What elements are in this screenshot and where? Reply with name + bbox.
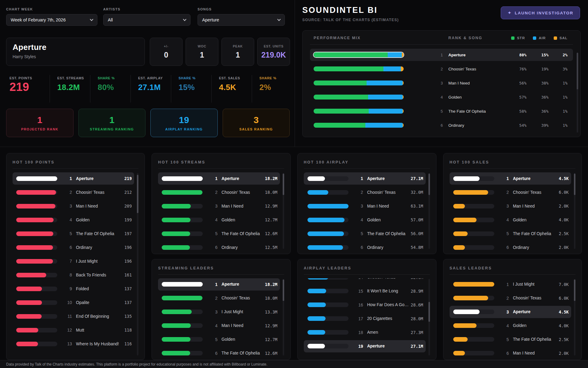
scrollbar-track[interactable] [283, 279, 284, 355]
list-item[interactable]: 3Man I Need12.9M [158, 200, 280, 212]
scrollbar-thumb[interactable] [137, 175, 138, 213]
list-item-highlight[interactable]: 1Aperture18.2M [158, 172, 280, 185]
bar-track [162, 218, 203, 222]
performance-row[interactable]: 2Choosin' Texas76%19%3% [310, 63, 573, 75]
list-item[interactable]: 5The Fate Of Ophelia56.0M [304, 227, 426, 240]
list-item[interactable]: 4Golden4.0K [450, 320, 571, 332]
list-item[interactable]: 11End Of Beginning135 [13, 310, 134, 322]
scrollbar-track[interactable] [574, 173, 575, 249]
list-item[interactable]: 5Golden12.7M [158, 333, 280, 346]
card-projected-rank[interactable]: 1 PROJECTED RANK [6, 109, 74, 137]
chart-week-select[interactable]: Week of February 7th, 2026 [6, 14, 97, 26]
list-item[interactable]: 4Man I Need12.9M [158, 320, 280, 332]
scrollbar-track[interactable] [428, 279, 430, 355]
list-item[interactable]: 1720 Cigarettes28.0M [304, 313, 426, 325]
launch-investigator-button[interactable]: ✦ LAUNCH INVESTIGATOR [501, 6, 580, 19]
scrollbar-track[interactable] [574, 279, 575, 355]
scrollbar-track[interactable] [283, 173, 284, 249]
song-title: Ordinary [221, 245, 265, 250]
bar-fill [162, 176, 203, 181]
list-item[interactable]: 3Man I Need209 [13, 200, 134, 212]
list-item[interactable]: 3I Just Might13.3M [158, 306, 280, 318]
list-item[interactable]: 2Choosin' Texas6.0K [450, 292, 571, 304]
scrollbar-thumb[interactable] [577, 53, 578, 89]
list-item[interactable]: 4Golden199 [13, 214, 134, 226]
list-item[interactable]: 10Opalite137 [13, 296, 134, 309]
list-item-highlight[interactable]: 19Aperture27.1M [304, 340, 426, 352]
list-item[interactable]: 14Choosin' Texas32.0M [304, 278, 426, 284]
songs-select[interactable]: Aperture [198, 14, 285, 26]
list-item-highlight[interactable]: 3Aperture4.5K [450, 306, 571, 318]
song-title: The Fate Of Ophelia [513, 337, 559, 342]
list-item-highlight[interactable]: 1Aperture18.2M [158, 278, 280, 291]
song-rank: 2 [502, 296, 509, 301]
scrollbar-track[interactable] [137, 173, 138, 355]
list-item[interactable]: 4Golden12.7M [158, 214, 280, 226]
list-item[interactable]: 6The Fate Of Ophelia12.6M [158, 347, 280, 357]
list-item-highlight[interactable]: 1Aperture27.1M [304, 172, 426, 185]
chip-label: WOC [198, 44, 206, 48]
song-value: 2.0K [559, 245, 569, 250]
list-item[interactable]: 5The Fate Of Ophelia12.6M [158, 227, 280, 240]
list-item[interactable]: 2Choosin' Texas212 [13, 186, 134, 198]
list-item[interactable]: 18Amen27.3M [304, 326, 426, 339]
list-item[interactable]: 13Where Is My Husband!116 [13, 338, 134, 350]
bar-track [307, 176, 349, 181]
scrollbar-track[interactable] [428, 173, 430, 249]
artists-select[interactable]: All [103, 14, 190, 26]
list-item[interactable]: 6Ordinary2.0K [450, 241, 571, 250]
list-item[interactable]: 3Man I Need2.0K [450, 200, 571, 212]
scrollbar-thumb[interactable] [428, 302, 430, 322]
list-item[interactable]: 6Ordinary12.5M [158, 241, 280, 250]
performance-row[interactable]: 5The Fate Of Ophelia58%36%1% [310, 105, 573, 117]
card-streaming-ranking[interactable]: 1 STREAMING RANKING [78, 109, 146, 137]
list-item[interactable]: 3Man I Need63.1M [304, 200, 426, 212]
scrollbar-thumb[interactable] [428, 174, 430, 195]
performance-row[interactable]: 4Golden57%36%1% [310, 91, 573, 103]
list-item-highlight[interactable]: 1Aperture4.5K [450, 172, 571, 185]
song-title: Golden [513, 323, 559, 328]
bar-fill [307, 344, 325, 348]
song-title: End Of Beginning [76, 314, 124, 319]
list-item[interactable]: 8Back To Friends161 [13, 269, 134, 281]
bar-fill [16, 328, 38, 332]
list-item[interactable]: 5The Fate Of Ophelia2.5K [450, 227, 571, 240]
column-streams: HOT 100 STREAMS 1Aperture18.2M2Choosin' … [152, 153, 290, 360]
list-item[interactable]: 2Choosin' Texas6.0K [450, 186, 571, 198]
scrollbar-thumb[interactable] [574, 280, 575, 301]
list-item[interactable]: 2Choosin' Texas32.0M [304, 186, 426, 198]
scrollbar-track[interactable] [577, 53, 578, 133]
list-item[interactable]: 15It Won't Be Long28.9M [304, 285, 426, 297]
performance-row[interactable]: 1Aperture80%15%2% [310, 49, 573, 61]
song-rank: 13 [65, 341, 72, 346]
list-item[interactable]: 7I Just Might196 [13, 255, 134, 267]
scrollbar-thumb[interactable] [574, 174, 575, 195]
list-item[interactable]: 2Choosin' Texas18.0M [158, 292, 280, 304]
scrollbar-thumb[interactable] [283, 280, 284, 301]
song-value: 197 [124, 231, 132, 236]
list-item[interactable]: 2Choosin' Texas18.0M [158, 186, 280, 198]
performance-row[interactable]: 3Man I Need56%38%1% [310, 77, 573, 89]
card-sales-ranking[interactable]: 3 SALES RANKING [223, 109, 290, 137]
list-item[interactable]: 1I Just Might7.0K [450, 278, 571, 291]
list-item[interactable]: 5The Fate Of Ophelia197 [13, 227, 134, 240]
bar-track [162, 176, 203, 181]
legend-swatch-icon [533, 36, 536, 40]
list-item[interactable]: 4Golden4.0K [450, 214, 571, 226]
song-title: Man I Need [367, 204, 411, 208]
list-item[interactable]: 6Man I Need2.0K [450, 347, 571, 357]
song-value: 18.0M [265, 190, 277, 195]
card-airplay-ranking[interactable]: 19 AIRPLAY RANKING [150, 109, 218, 137]
list-item[interactable]: 16How Far Does A Good...28.6M [304, 299, 426, 311]
list-item[interactable]: 6Ordinary54.8M [304, 241, 426, 250]
list-item-highlight[interactable]: 1Aperture219 [13, 172, 134, 185]
list-item[interactable]: 4Golden57.0M [304, 214, 426, 226]
scrollbar-thumb[interactable] [283, 174, 284, 195]
seg-air-segment [383, 66, 401, 71]
list-item[interactable]: 5The Fate Of Ophelia2.5K [450, 333, 571, 346]
song-value: 219 [124, 176, 132, 181]
list-item[interactable]: 6Ordinary196 [13, 241, 134, 253]
performance-row[interactable]: 6Ordinary54%39%1% [310, 119, 573, 131]
list-item[interactable]: 12Mutt118 [13, 324, 134, 336]
list-item[interactable]: 9Folded137 [13, 283, 134, 295]
